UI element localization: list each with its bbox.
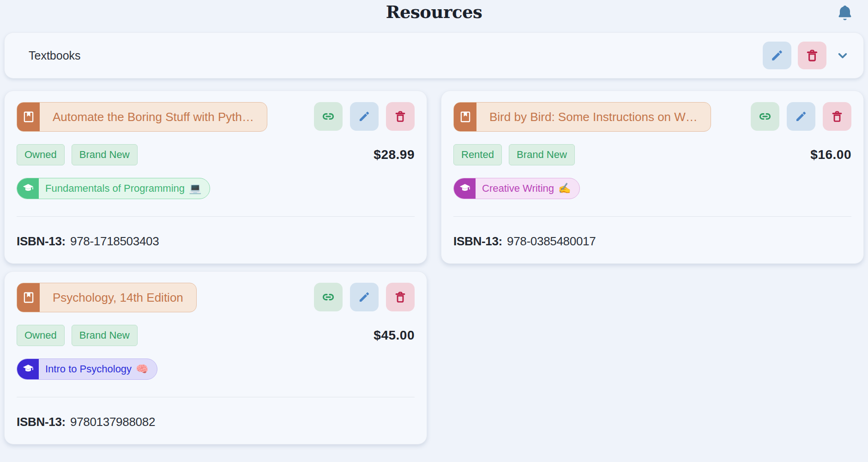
book-title-chip: Automate the Boring Stuff with Pyth… [17,102,267,132]
status-badge: Rented [453,144,502,165]
resource-card: Automate the Boring Stuff with Pyth… [4,91,427,264]
course-tag-label: Intro to Psychology 🧠 [39,359,157,379]
price: $28.99 [374,147,415,162]
status-badge: Owned [17,144,65,165]
laptop-emoji-icon: 💻 [189,182,201,195]
isbn-label: ISBN-13: [17,234,66,248]
edit-category-button[interactable] [763,42,791,69]
trash-icon [805,49,819,62]
badge-price-row: Owned Brand New $28.99 [17,144,415,165]
book-icon [17,103,40,131]
card-actions [751,102,851,131]
delete-category-button[interactable] [798,42,826,69]
graduation-cap-icon [17,178,39,199]
isbn-row: ISBN-13:978-1718503403 [17,234,415,249]
isbn-value: 978-0385480017 [507,234,596,248]
course-name: Creative Writing [482,182,554,195]
book-title-chip: Bird by Bird: Some Instructions on W… [453,102,711,132]
book-icon [17,283,40,312]
resource-card: Psychology, 14th Edition [4,271,427,444]
card-header: Bird by Bird: Some Instructions on W… [453,102,851,132]
pencil-icon [795,110,808,123]
category-actions [763,42,852,69]
delete-book-button[interactable] [823,102,851,131]
status-badges: Owned Brand New [17,325,138,346]
divider [453,216,851,217]
delete-book-button[interactable] [386,102,415,131]
card-actions [314,102,415,131]
edit-book-button[interactable] [787,102,815,131]
isbn-row: ISBN-13:9780137988082 [17,415,415,429]
top-header: Resources [0,0,868,26]
book-title: Automate the Boring Stuff with Pyth… [40,103,267,131]
isbn-row: ISBN-13:978-0385480017 [453,234,851,249]
price: $16.00 [810,147,851,162]
badge-price-row: Rented Brand New $16.00 [453,144,851,165]
condition-badge: Brand New [72,144,138,165]
book-icon [454,103,476,131]
notifications-button[interactable] [835,3,855,23]
link-icon [321,109,335,123]
badge-price-row: Owned Brand New $45.00 [17,325,415,346]
course-name: Intro to Psychology [45,363,132,375]
status-badges: Owned Brand New [17,144,138,165]
trash-icon [394,110,407,123]
page-title: Resources [0,2,868,22]
book-title-chip: Psychology, 14th Edition [17,283,197,312]
brain-emoji-icon: 🧠 [136,363,148,375]
writing-hand-emoji-icon: ✍️ [558,182,571,195]
course-tag-row: Creative Writing ✍️ [453,178,851,199]
pencil-icon [358,291,371,304]
chevron-down-icon [835,48,850,63]
isbn-value: 978-1718503403 [70,234,159,248]
book-title: Bird by Bird: Some Instructions on W… [476,103,711,131]
course-tag-label: Fundamentals of Programming 💻 [39,178,210,199]
condition-badge: Brand New [509,144,575,165]
divider [17,397,415,397]
trash-icon [394,291,407,304]
course-tag: Fundamentals of Programming 💻 [17,178,210,199]
card-header: Automate the Boring Stuff with Pyth… [17,102,415,132]
open-link-button[interactable] [314,283,343,311]
course-tag: Intro to Psychology 🧠 [17,359,157,380]
condition-badge: Brand New [72,325,138,346]
book-title: Psychology, 14th Edition [40,283,196,312]
status-badge: Owned [17,325,65,346]
status-badges: Rented Brand New [453,144,575,165]
course-tag-row: Fundamentals of Programming 💻 [17,178,415,199]
divider [17,216,415,217]
category-title: Textbooks [29,49,763,62]
graduation-cap-icon [17,359,39,379]
resource-card: Bird by Bird: Some Instructions on W… [441,91,864,264]
card-header: Psychology, 14th Edition [17,283,415,312]
delete-book-button[interactable] [386,283,415,311]
course-name: Fundamentals of Programming [45,182,185,195]
course-tag-label: Creative Writing ✍️ [476,178,579,199]
trash-icon [831,110,844,123]
edit-book-button[interactable] [350,102,379,131]
pencil-icon [358,110,371,123]
pencil-icon [770,49,784,62]
isbn-label: ISBN-13: [17,415,66,429]
collapse-category-button[interactable] [833,42,852,69]
open-link-button[interactable] [314,102,343,131]
isbn-value: 9780137988082 [70,415,155,429]
link-icon [321,290,335,304]
course-tag: Creative Writing ✍️ [453,178,580,199]
course-tag-row: Intro to Psychology 🧠 [17,359,415,380]
open-link-button[interactable] [751,102,779,131]
edit-book-button[interactable] [350,283,379,311]
isbn-label: ISBN-13: [453,234,502,248]
resources-page: Resources Textbooks [0,0,868,462]
price: $45.00 [374,328,415,343]
category-bar-textbooks: Textbooks [4,32,864,79]
card-actions [314,283,415,311]
resource-cards-grid: Automate the Boring Stuff with Pyth… [4,91,864,444]
graduation-cap-icon [454,178,476,199]
link-icon [758,109,772,123]
bell-icon [836,4,854,22]
